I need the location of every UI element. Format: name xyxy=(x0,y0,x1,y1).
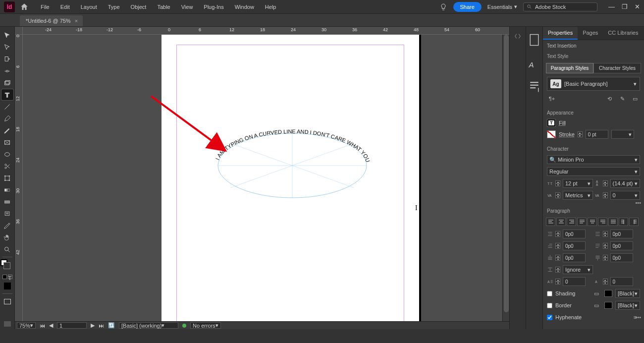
gap-tool[interactable] xyxy=(1,65,13,76)
screen-mode[interactable] xyxy=(1,318,13,329)
ruler-origin[interactable] xyxy=(15,27,23,35)
menu-window[interactable]: Window xyxy=(230,2,259,12)
gradient-swatch-tool[interactable] xyxy=(1,184,13,195)
menu-type[interactable]: Type xyxy=(103,2,125,12)
menu-file[interactable]: File xyxy=(36,2,54,12)
align-towards-spine[interactable] xyxy=(619,218,628,226)
menu-layout[interactable]: Layout xyxy=(76,2,102,12)
content-collector-tool[interactable] xyxy=(1,77,13,88)
home-icon[interactable] xyxy=(20,2,29,11)
minimize-button[interactable]: — xyxy=(608,3,615,10)
page-first-icon[interactable]: ⏮ xyxy=(40,323,45,329)
page-field[interactable]: 1 xyxy=(57,322,87,329)
menu-object[interactable]: Object xyxy=(126,2,152,12)
border-checkbox[interactable] xyxy=(547,303,552,308)
shading-checkbox[interactable] xyxy=(547,291,552,296)
stroke-swatch[interactable] xyxy=(547,130,556,138)
free-transform-tool[interactable] xyxy=(1,172,13,183)
pen-tool[interactable] xyxy=(1,113,13,124)
border-options-icon[interactable]: ▭ xyxy=(591,301,601,310)
leading-spin[interactable]: ▴▾ xyxy=(603,179,608,187)
tab-character-styles[interactable]: Character Styles xyxy=(593,63,641,73)
menu-table[interactable]: Table xyxy=(152,2,175,12)
canvas-area[interactable]: -24 -18 -12 -6 0 6 12 18 24 30 36 42 48 … xyxy=(15,27,509,329)
shading-color-swatch[interactable] xyxy=(604,290,612,297)
profile-select[interactable]: [Basic] (working) ▾ xyxy=(119,322,178,329)
path-text[interactable]: I AM TYPING ON A CURVED LINE AND I DON'T… xyxy=(201,126,372,164)
ellipse-text-frame[interactable]: I AM TYPING ON A CURVED LINE AND I DON'T… xyxy=(201,126,384,205)
hand-tool[interactable] xyxy=(1,232,13,243)
font-size-field[interactable]: 12 pt▾ xyxy=(563,179,593,188)
hyphenate-checkbox[interactable] xyxy=(547,315,552,320)
container-format-toggle[interactable]: T xyxy=(2,274,13,280)
view-mode-normal[interactable] xyxy=(1,296,13,307)
menu-help[interactable]: Help xyxy=(260,2,281,12)
close-button[interactable]: ✕ xyxy=(635,3,640,10)
zoom-tool[interactable] xyxy=(1,244,13,255)
note-tool[interactable] xyxy=(1,208,13,219)
dropcap-chars-field[interactable] xyxy=(610,277,633,286)
gradient-feather-tool[interactable] xyxy=(1,196,13,207)
document-tab[interactable]: *Untitled-6 @ 75% × xyxy=(20,15,83,26)
expand-panels-icon[interactable] xyxy=(513,32,522,41)
page-last-icon[interactable]: ⏭ xyxy=(99,323,104,329)
justify-all[interactable] xyxy=(608,218,618,226)
stroke-spin[interactable]: ▴▾ xyxy=(578,130,583,138)
align-left[interactable] xyxy=(546,218,555,226)
character-more-icon[interactable]: ••• xyxy=(635,200,641,206)
eyedropper-tool[interactable] xyxy=(1,220,13,231)
align-center[interactable] xyxy=(556,218,566,226)
tracking-field[interactable]: 0▾ xyxy=(610,191,641,200)
redefine-style-icon[interactable]: ✎ xyxy=(617,94,627,103)
paragraph-more-icon[interactable]: ••• xyxy=(635,314,641,320)
rectangle-frame-tool[interactable] xyxy=(1,137,13,148)
menu-view[interactable]: View xyxy=(176,2,198,12)
last-line-indent-field[interactable] xyxy=(610,241,633,250)
type-tool[interactable] xyxy=(1,89,13,100)
selection-tool[interactable] xyxy=(1,30,13,41)
stroke-style-select[interactable]: ▾ xyxy=(611,130,634,139)
apply-color[interactable] xyxy=(1,281,13,291)
lightbulb-icon[interactable] xyxy=(439,3,447,11)
dropcap-lines-field[interactable] xyxy=(563,277,586,286)
kerning-spin[interactable]: ▴▾ xyxy=(555,191,560,199)
border-color-select[interactable]: [Black]▾ xyxy=(615,301,640,310)
workspace-selector[interactable]: Essentials▾ xyxy=(487,3,517,10)
font-size-spin[interactable]: ▴▾ xyxy=(555,179,560,187)
shading-color-select[interactable]: [Black]▾ xyxy=(615,289,640,298)
page-tool[interactable] xyxy=(1,54,13,64)
pencil-tool[interactable] xyxy=(1,125,13,136)
space-before-field[interactable] xyxy=(563,253,586,262)
tab-close-icon[interactable]: × xyxy=(75,18,78,24)
line-tool[interactable] xyxy=(1,101,13,112)
maximize-button[interactable]: ❐ xyxy=(622,3,628,10)
stroke-weight-field[interactable] xyxy=(586,130,608,139)
kerning-field[interactable]: Metrics▾ xyxy=(563,191,593,200)
menu-plugins[interactable]: Plug-Ins xyxy=(199,2,228,12)
first-line-indent-field[interactable] xyxy=(563,241,586,250)
stock-search-input[interactable]: Adobe Stock xyxy=(523,2,597,11)
style-options-icon[interactable]: ▭ xyxy=(630,94,640,103)
direct-selection-tool[interactable] xyxy=(1,42,13,53)
page-prev-icon[interactable]: ◀ xyxy=(49,322,53,329)
right-indent-field[interactable] xyxy=(610,229,633,238)
tracking-spin[interactable]: ▴▾ xyxy=(603,191,608,199)
zoom-select[interactable]: 75% ▾ xyxy=(17,322,36,329)
justify-right[interactable] xyxy=(598,218,607,226)
space-between-field[interactable]: Ignore▾ xyxy=(563,265,593,274)
align-right[interactable] xyxy=(567,218,576,226)
justify-center[interactable] xyxy=(588,218,597,226)
scissors-tool[interactable] xyxy=(1,161,13,172)
tab-pages[interactable]: Pages xyxy=(578,27,603,40)
vertical-scrollbar[interactable] xyxy=(502,35,509,321)
character-panel-icon[interactable]: A xyxy=(526,55,542,71)
horizontal-ruler[interactable]: -24 -18 -12 -6 0 6 12 18 24 30 36 42 48 … xyxy=(23,27,509,35)
open-nav-icon[interactable]: 🔃 xyxy=(108,322,115,329)
tab-properties[interactable]: Properties xyxy=(543,27,578,40)
fill-stroke-swatch[interactable] xyxy=(1,260,13,273)
ellipse-tool[interactable] xyxy=(1,149,13,160)
space-after-field[interactable] xyxy=(610,253,633,262)
paragraph-panel-icon[interactable] xyxy=(526,78,542,95)
font-family-select[interactable]: 🔍 Minion Pro▾ xyxy=(547,155,640,164)
vertical-ruler[interactable]: 0 6 12 18 24 30 36 42 xyxy=(15,27,23,329)
